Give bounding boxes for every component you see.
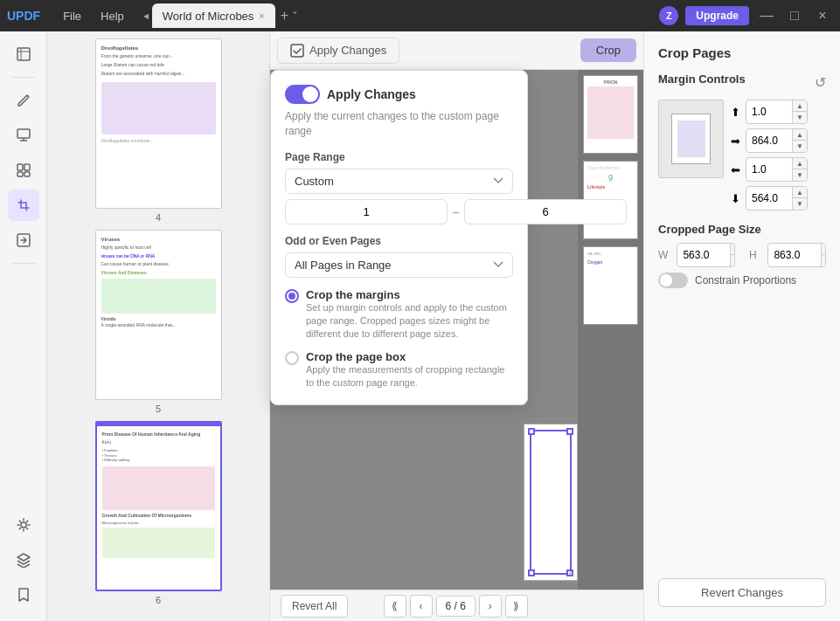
nav-next-btn[interactable]: › [479,595,502,618]
constrain-toggle[interactable] [658,273,688,288]
page-range-to-input[interactable] [464,199,627,224]
sidebar-icon-crop[interactable] [8,190,39,221]
top-margin-down[interactable]: ▼ [793,112,807,123]
nav-prev-btn[interactable]: ‹ [410,595,433,618]
crop-h-down[interactable]: ▼ [822,255,826,266]
right-margin-up[interactable]: ▲ [793,129,807,141]
crop-w-label: W [658,249,670,261]
left-margin-spinners: ▲ ▼ [792,158,807,181]
margin-controls-section: Margin Controls ↺ ⬆ [658,72,826,210]
bottom-margin-icon: ⬇ [731,192,740,205]
right-margin-down[interactable]: ▼ [793,141,807,152]
crop-toolbar-btn[interactable]: Crop [580,38,636,62]
sidebar-icon-layers[interactable] [8,544,39,576]
bottom-margin-down[interactable]: ▼ [793,198,807,210]
strip-page-item-1[interactable]: PRION [583,75,638,154]
nav-controls: ⟪ ‹ 6 / 6 › ⟫ [384,595,528,618]
crop-margins-radio[interactable] [285,289,299,303]
tab-close-btn[interactable]: × [259,10,264,21]
revert-all-btn[interactable]: Revert All [281,595,348,618]
thumb-page-4: Dinoflagellates From the genetic univers… [95,38,222,209]
apply-changes-label: Apply Changes [309,44,386,57]
tab-area: ◂ World of Microbes × + ˅ [143,3,659,28]
left-margin-down[interactable]: ▼ [793,169,807,181]
crop-size-title: Cropped Page Size [658,223,826,236]
sidebar-icon-settings[interactable] [8,509,39,541]
right-panel: Crop Pages Margin Controls ↺ ⬆ [643,31,840,621]
upgrade-button[interactable]: Upgrade [685,6,749,25]
bottom-margin-input[interactable] [746,189,792,208]
left-margin-up[interactable]: ▲ [793,158,807,169]
margin-controls-title: Margin Controls [658,72,746,86]
thumbnail-item-5[interactable]: Viruses Highly specific to host cell vir… [54,230,262,414]
crop-w-up[interactable]: ▲ [731,244,735,255]
nav-first-btn[interactable]: ⟪ [384,595,406,618]
apply-changes-toolbar-btn[interactable]: Apply Changes [277,38,399,64]
crop-handle-tr[interactable] [566,428,573,435]
right-margin-input[interactable] [746,131,792,150]
left-margin-input[interactable] [746,160,792,179]
crop-h-input[interactable] [768,245,821,265]
right-margin-icon: ➡ [731,135,740,148]
crop-w-spinners: ▲ ▼ [730,244,735,266]
svg-rect-9 [24,172,30,176]
sidebar-divider-1 [11,77,36,78]
crop-margins-option[interactable]: Crop the margins Set up margin controls … [285,288,513,342]
right-panel-spacer [658,300,826,566]
menu-file[interactable]: File [54,6,90,26]
sidebar-icon-preview[interactable] [8,38,39,70]
crop-h-up[interactable]: ▲ [822,244,826,255]
constrain-label: Constrain Proportions [695,274,796,286]
bottom-margin-up[interactable]: ▲ [793,187,807,198]
left-margin-input-wrap: ▲ ▼ [746,157,808,182]
margin-preview-content [677,121,705,157]
page-range-from-input[interactable] [285,199,448,224]
sidebar-icon-convert[interactable] [8,224,39,256]
close-btn[interactable]: × [812,5,833,26]
crop-handle-tl[interactable] [528,428,535,435]
crop-w-down[interactable]: ▼ [731,255,735,266]
menu-help[interactable]: Help [92,6,133,26]
sidebar-icon-edit[interactable] [8,85,39,116]
top-margin-up[interactable]: ▲ [793,100,807,112]
crop-w-input-wrap: ▲ ▼ [677,243,735,267]
tab-label: World of Microbes [163,10,254,23]
sidebar-icon-organize[interactable] [8,155,39,186]
maximize-btn[interactable]: □ [784,5,805,26]
revert-changes-btn[interactable]: Revert Changes [658,578,826,607]
crop-handle-bl[interactable] [528,569,535,576]
crop-h-label: H [749,249,760,261]
thumb-label-4: 4 [156,212,161,223]
crop-margins-text: Crop the margins Set up margin controls … [306,288,513,342]
top-margin-input[interactable] [746,102,792,121]
current-tab[interactable]: World of Microbes × [152,3,275,28]
odd-even-select[interactable]: All Pages in Range Odd Pages Only Even P… [285,252,513,278]
new-tab-btn[interactable]: + [281,8,288,24]
crop-page-box-option[interactable]: Crop the page box Apply the measurements… [285,350,513,390]
app-logo: UPDF [7,9,40,23]
svg-rect-0 [17,48,30,60]
tab-chevron: ◂ [143,10,149,22]
minimize-btn[interactable]: — [756,5,777,26]
page-range-select[interactable]: Custom All Pages Odd Pages Even Pages [285,169,513,194]
left-margin-row: ⬅ ▲ ▼ [731,157,826,182]
page-range-dash: – [453,205,459,218]
sidebar-divider-2 [11,263,36,264]
reset-margin-btn[interactable]: ↺ [815,74,826,91]
thumbnail-item-4[interactable]: Dinoflagellates From the genetic univers… [54,38,262,223]
sidebar-icon-annotate[interactable] [8,120,39,151]
tab-overflow-btn[interactable]: ˅ [292,10,298,23]
crop-page-box-text: Crop the page box Apply the measurements… [306,350,513,390]
nav-last-btn[interactable]: ⟫ [505,595,528,618]
popup-page-range-section: Page Range Custom All Pages Odd Pages Ev… [285,151,513,224]
page-indicator: 6 / 6 [436,596,476,617]
strip-page-item-3[interactable]: ria, etc. Oxygen [583,246,638,325]
svg-rect-6 [17,164,23,170]
thumb-page-5: Viruses Highly specific to host cell vir… [95,230,222,400]
crop-w-input[interactable] [677,245,730,265]
sidebar-icon-bookmark[interactable] [8,579,39,611]
crop-page-box-radio[interactable] [285,351,299,365]
popup-toggle[interactable] [285,85,320,104]
thumbnail-item-6[interactable]: Prion Disease Of Human Inheritance And A… [54,421,262,605]
thumb-label-6: 6 [156,595,161,605]
